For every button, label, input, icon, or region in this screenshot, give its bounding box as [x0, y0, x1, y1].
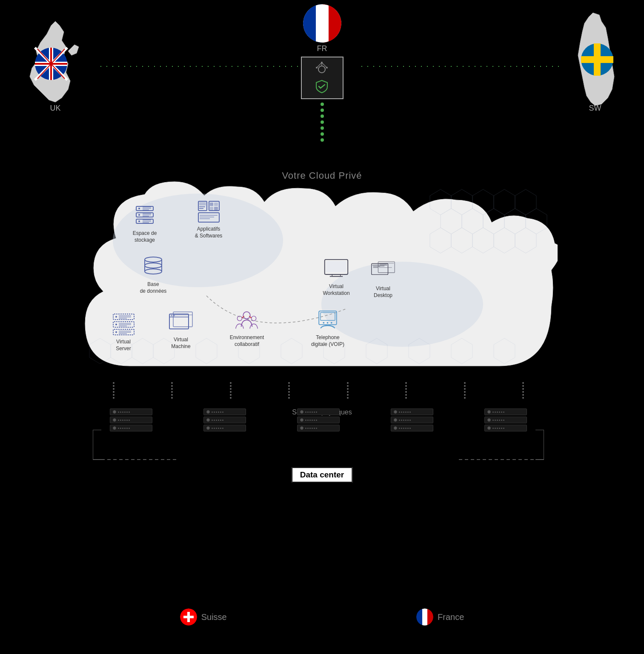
france-label: France [438, 612, 464, 622]
env-collaboratif-icon [234, 308, 260, 332]
vert-conn-8 [522, 382, 524, 399]
bottom-flags-row: Suisse France [0, 608, 644, 625]
virtual-desktop-label: VirtualDesktop [374, 286, 392, 299]
svg-point-19 [321, 62, 323, 63]
svg-rect-12 [303, 4, 316, 43]
cloud-item-virtual-machine: VirtualMachine [162, 311, 200, 350]
server-dots [492, 428, 504, 429]
center-column: FR [301, 4, 343, 142]
svg-rect-75 [210, 203, 213, 206]
top-section: UK FR [0, 0, 644, 179]
svg-rect-24 [594, 43, 601, 76]
server-led [113, 410, 116, 414]
server-led [113, 426, 116, 430]
virtual-workstation-label: VirtualWorkstation [323, 283, 349, 297]
svg-rect-147 [427, 608, 433, 625]
vert-conn-1 [113, 382, 114, 399]
svg-rect-76 [214, 203, 218, 206]
svg-point-56 [138, 208, 140, 209]
stockage-icon [132, 204, 157, 228]
server-row-1b [110, 417, 152, 423]
uk-map: UK [9, 9, 102, 111]
svg-rect-78 [214, 207, 218, 210]
security-box [301, 57, 343, 99]
server-led [300, 410, 303, 414]
svg-rect-143 [183, 616, 194, 618]
server-dots [399, 428, 411, 429]
france-flag-item: France [416, 608, 464, 625]
server-led [487, 418, 491, 422]
server-row-2a [203, 408, 246, 415]
svg-rect-77 [210, 207, 213, 210]
sw-map: SW [550, 4, 640, 111]
base-donnees-icon [140, 255, 166, 279]
virtual-machine-icon [168, 311, 194, 334]
server-unit-1 [110, 408, 152, 431]
server-led [394, 426, 397, 430]
server-row-4b [391, 417, 433, 423]
cloud-item-stockage: Espace destockage [126, 204, 164, 243]
virtual-server-label: VirtualServer [116, 339, 131, 352]
server-led [206, 426, 210, 430]
cloud-item-applicatifs: Applicatifs& Softwares [189, 200, 228, 239]
virtual-workstation-icon [323, 257, 349, 281]
server-row-4a [391, 408, 433, 415]
rack-bracket [93, 430, 544, 464]
dot-5 [321, 126, 324, 130]
server-dots [118, 420, 130, 421]
cloud-item-base-donnees: Basede données [134, 255, 172, 294]
server-dots [492, 411, 504, 413]
server-led [487, 426, 491, 430]
server-unit-4 [391, 408, 433, 431]
vert-conn-3 [230, 382, 232, 399]
bracket-svg [93, 430, 544, 464]
dot-6 [321, 132, 324, 136]
dotted-line-right [359, 66, 559, 67]
svg-point-128 [237, 316, 242, 320]
dot-4 [321, 120, 324, 124]
svg-point-137 [327, 322, 329, 323]
applicatifs-icon [196, 200, 221, 223]
fr-flag [303, 4, 341, 43]
svg-marker-31 [494, 189, 515, 215]
shield-icon [315, 79, 329, 94]
svg-point-90 [145, 269, 162, 274]
svg-rect-135 [321, 312, 335, 320]
server-dots [305, 411, 317, 413]
server-dots [212, 420, 223, 421]
svg-point-15 [318, 66, 325, 73]
cloud-item-telephone: Telephonedigitale (VOIP) [309, 308, 347, 348]
server-row-5b [484, 417, 527, 423]
telephone-label: Telephonedigitale (VOIP) [311, 334, 344, 348]
dot-1 [321, 103, 324, 106]
svg-point-127 [243, 311, 250, 319]
datacenter-label: Data center [300, 470, 344, 479]
vert-conn-4 [288, 382, 290, 399]
dot-7 [321, 138, 324, 142]
server-led [206, 418, 210, 422]
svg-point-123 [171, 315, 172, 317]
dot-3 [321, 114, 324, 118]
svg-point-136 [323, 322, 324, 323]
suisse-flag [180, 608, 197, 625]
applicatifs-label: Applicatifs& Softwares [195, 226, 223, 239]
svg-point-61 [138, 214, 140, 216]
svg-marker-32 [515, 189, 536, 215]
telephone-icon [315, 308, 341, 332]
server-unit-5 [484, 408, 527, 431]
svg-rect-92 [326, 261, 346, 272]
server-dots [212, 411, 223, 413]
svg-rect-14 [329, 4, 341, 43]
svg-point-87 [145, 263, 162, 268]
cloud-item-virtual-server: VirtualServer [104, 313, 143, 352]
server-led [113, 418, 116, 422]
server-row-3a [297, 408, 340, 415]
vert-conn-6 [405, 382, 407, 399]
server-led [300, 418, 303, 422]
server-row-5a [484, 408, 527, 415]
vertical-dots [321, 103, 324, 142]
virtual-machine-label: VirtualMachine [171, 337, 190, 350]
env-collaboratif-label: Environnementcollaboratif [230, 334, 264, 348]
vert-conn-7 [464, 382, 466, 399]
svg-point-129 [252, 316, 256, 320]
